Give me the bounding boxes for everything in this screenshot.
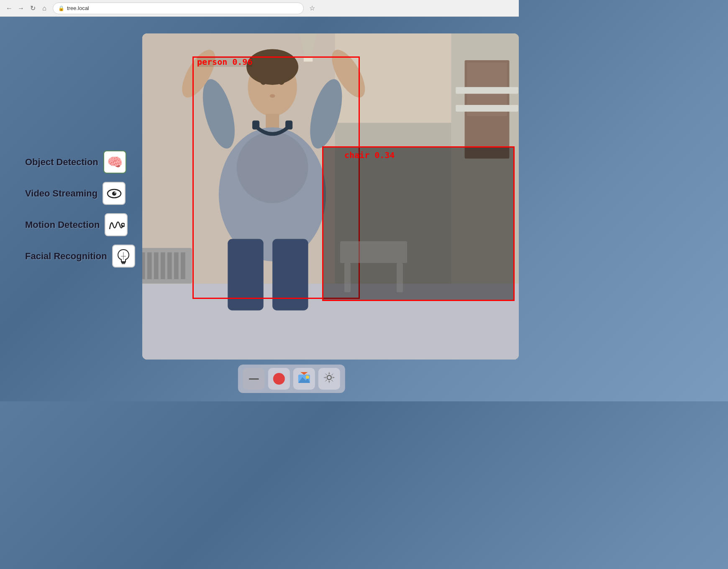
svg-rect-16 <box>142 253 145 279</box>
record-button[interactable] <box>268 368 290 390</box>
main-content: Object Detection 🧠 Video Streaming Motio… <box>0 17 519 401</box>
lightbulb-icon <box>112 245 135 268</box>
person-detection-label: person 0.96 <box>197 57 252 67</box>
settings-button[interactable] <box>318 368 340 390</box>
svg-rect-46 <box>340 241 407 260</box>
svg-point-49 <box>306 375 309 379</box>
wave-icon <box>105 213 128 236</box>
svg-rect-24 <box>456 105 518 112</box>
svg-rect-21 <box>174 253 179 279</box>
chair-detection-label: chair 0.34 <box>344 150 395 160</box>
detection-box-chair: chair 0.34 <box>322 146 515 301</box>
sidebar-item-facial-recognition[interactable]: Facial Recognition <box>25 245 135 268</box>
svg-rect-22 <box>181 253 185 279</box>
video-streaming-label: Video Streaming <box>25 188 97 199</box>
back-button[interactable]: ← <box>4 3 14 13</box>
svg-rect-20 <box>167 253 172 279</box>
brain-icon: 🧠 <box>103 151 126 174</box>
address-bar[interactable]: 🔒 tree.local <box>53 3 304 14</box>
eye-icon <box>103 182 126 205</box>
reload-button[interactable]: ↻ <box>28 3 38 13</box>
object-detection-label: Object Detection <box>25 157 98 168</box>
gear-icon <box>323 371 336 387</box>
svg-rect-44 <box>344 263 351 292</box>
svg-rect-19 <box>161 253 165 279</box>
video-container: person 0.96 chair 0.34 <box>142 33 519 360</box>
svg-point-50 <box>327 375 331 380</box>
lock-icon: 🔒 <box>58 5 64 11</box>
gallery-icon <box>297 371 311 386</box>
facial-recognition-label: Facial Recognition <box>25 251 107 262</box>
forward-button[interactable]: → <box>16 3 26 13</box>
url-text: tree.local <box>67 5 89 11</box>
bottom-controls <box>238 365 345 393</box>
svg-rect-23 <box>456 87 518 94</box>
sidebar-item-video-streaming[interactable]: Video Streaming <box>25 182 135 205</box>
svg-rect-45 <box>397 263 403 292</box>
video-scene: person 0.96 chair 0.34 <box>142 33 519 360</box>
svg-point-1 <box>112 191 116 196</box>
record-icon <box>273 373 285 385</box>
gallery-button[interactable] <box>293 368 315 390</box>
home-button[interactable]: ⌂ <box>39 3 49 13</box>
sidebar: Object Detection 🧠 Video Streaming Motio… <box>25 151 135 268</box>
browser-chrome: ← → ↻ ⌂ 🔒 tree.local ☆ <box>0 0 519 17</box>
svg-point-2 <box>114 192 115 193</box>
svg-rect-18 <box>154 253 159 279</box>
bookmark-button[interactable]: ☆ <box>307 3 317 13</box>
sidebar-item-motion-detection[interactable]: Motion Detection <box>25 213 135 236</box>
minus-icon <box>249 378 259 380</box>
motion-detection-label: Motion Detection <box>25 219 100 230</box>
svg-rect-17 <box>147 253 152 279</box>
sidebar-item-object-detection[interactable]: Object Detection 🧠 <box>25 151 135 174</box>
minimize-button[interactable] <box>243 368 265 390</box>
nav-buttons: ← → ↻ ⌂ <box>4 3 49 13</box>
